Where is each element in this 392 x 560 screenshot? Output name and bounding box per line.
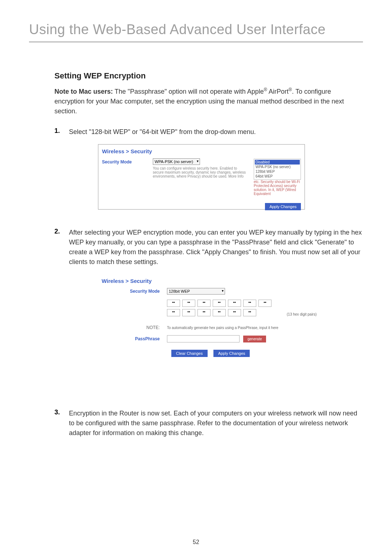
hex-input[interactable]: •• <box>258 300 271 307</box>
ss1-option-disabled[interactable]: Disabled <box>255 160 300 165</box>
apply-changes-button[interactable]: Apply Changes <box>213 350 250 357</box>
hex-input[interactable]: •• <box>243 300 256 307</box>
note-text-1: The "Passphrase" option will not operate… <box>113 88 264 95</box>
ss1-security-mode-label: Security Mode <box>102 159 149 165</box>
step-3: 3. Encryption in the Router is now set. … <box>54 409 363 438</box>
step-text: Encryption in the Router is now set. Eac… <box>69 409 363 438</box>
hex-input[interactable]: •• <box>228 309 241 316</box>
hex-input[interactable]: •• <box>213 300 226 307</box>
ss1-description-right: etc. Security should be Wi-Fi Protected … <box>254 180 308 196</box>
step-number: 1. <box>54 127 69 137</box>
ss1-dropdown-options[interactable]: Disabled WPA-PSK (no server) 128bit WEP … <box>254 159 301 180</box>
ss1-option-wpa[interactable]: WPA-PSK (no server) <box>255 165 300 169</box>
page-number: 52 <box>0 539 392 545</box>
generate-button[interactable]: generate <box>243 336 266 342</box>
hex-input[interactable]: •• <box>197 309 211 316</box>
hex-input[interactable]: •• <box>243 309 256 316</box>
reg-symbol-2: ® <box>289 87 292 92</box>
ss1-option-128wep[interactable]: 128bit WEP <box>255 169 300 174</box>
screenshot-wep-key: Wireless > Security Security Mode 128bit… <box>98 274 323 390</box>
hex-note: (13 hex digit pairs) <box>287 312 317 316</box>
hex-input[interactable]: •• <box>167 300 180 307</box>
step-text: After selecting your WEP encryption mode… <box>69 228 363 267</box>
hex-input[interactable]: •• <box>213 309 226 316</box>
ss2-note-label: NOTE: <box>102 325 167 330</box>
hex-key-grid: •• •• •• •• •• •• •• •• •• •• •• •• •• <box>167 300 283 316</box>
step-text: Select "128-bit WEP" or "64-bit WEP" fro… <box>69 127 363 137</box>
ss2-passphrase-label: PassPhrase <box>102 336 167 341</box>
reg-symbol-1: ® <box>264 87 267 92</box>
ss1-option-64wep[interactable]: 64bit WEP <box>255 174 300 179</box>
note-paragraph: Note to Mac users: The "Passphrase" opti… <box>54 86 363 116</box>
ss1-apply-button[interactable]: Apply Changes <box>265 203 301 210</box>
step-number: 2. <box>54 228 69 267</box>
ss1-description-left: You can configure wireless security here… <box>153 166 250 178</box>
ss2-breadcrumb: Wireless > Security <box>102 278 319 284</box>
ss1-breadcrumb: Wireless > Security <box>102 148 301 154</box>
step-number: 3. <box>54 409 69 438</box>
step-2: 2. After selecting your WEP encryption m… <box>54 228 363 267</box>
chapter-title: Using the Web-Based Advanced User Interf… <box>29 22 363 42</box>
section-heading: Setting WEP Encryption <box>54 71 363 81</box>
ss2-note-text: To automatically generate hex pairs usin… <box>167 325 319 330</box>
screenshot-security-dropdown: Wireless > Security Security Mode WPA-PS… <box>98 144 305 210</box>
ss2-security-mode-dropdown[interactable]: 128bit WEP <box>167 288 225 295</box>
hex-input[interactable]: •• <box>182 309 195 316</box>
note-text-2: AirPort <box>267 88 289 95</box>
hex-input[interactable]: •• <box>167 309 180 316</box>
hex-input[interactable]: •• <box>228 300 241 307</box>
hex-input[interactable]: •• <box>197 300 211 307</box>
step-1: 1. Select "128-bit WEP" or "64-bit WEP" … <box>54 127 363 137</box>
clear-changes-button[interactable]: Clear Changes <box>171 350 208 357</box>
note-label: Note to Mac users: <box>54 88 113 95</box>
ss1-security-mode-dropdown[interactable]: WPA-PSK (no server) <box>153 158 200 165</box>
ss2-security-mode-label: Security Mode <box>102 289 167 294</box>
passphrase-input[interactable] <box>167 335 240 342</box>
hex-input[interactable]: •• <box>182 300 195 307</box>
